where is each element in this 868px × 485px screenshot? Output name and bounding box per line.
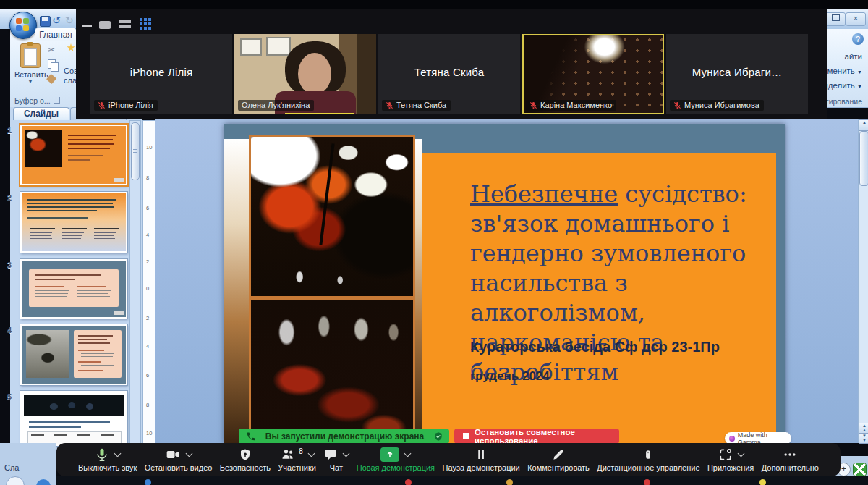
slide-number-5: 5 <box>7 392 17 401</box>
slide-thumbnail-1[interactable] <box>20 125 127 185</box>
previous-slide-icon[interactable]: ▲▲ <box>859 423 868 434</box>
screen: ↺ ↻ Главная Вставить ▼ ✂ Соз сла Буфер о… <box>0 0 868 485</box>
security-button[interactable]: Безопасность <box>220 447 271 472</box>
audio-level-indicator <box>285 113 354 114</box>
slide-number-1: 1 <box>7 126 17 135</box>
paste-dropdown-arrow-icon[interactable]: ▼ <box>14 79 46 84</box>
select-button[interactable]: ыделить ▼ <box>822 81 862 90</box>
bottom-strip <box>56 476 868 485</box>
slide-subtitle: Кураторська бесіда Сф дср 23-1Пр <box>470 339 720 355</box>
paste-button[interactable]: Вставить ▼ <box>14 42 46 94</box>
slide-number-3: 3 <box>7 261 17 269</box>
mic-muted-icon <box>529 101 537 109</box>
taskbar-icon-dot <box>644 479 650 485</box>
office-button-icon[interactable] <box>9 12 37 39</box>
cut-icon[interactable]: ✂ <box>48 45 55 55</box>
taskbar-icon-dot <box>145 479 151 485</box>
share-banner-text: Вы запустили демонстрацию экрана <box>256 431 433 442</box>
main-scrollbar[interactable]: ▲ ▲▲ ▼▼ <box>858 119 868 443</box>
pause-icon <box>475 447 488 462</box>
help-icon[interactable]: ? <box>852 33 864 45</box>
participant-label: Муниса Ибрагимова <box>670 100 764 111</box>
slide-photo-trees <box>249 135 415 298</box>
chat-button[interactable]: Чат <box>323 447 349 472</box>
more-button[interactable]: Дополнительно <box>762 447 819 472</box>
minimize-icon[interactable] <box>82 25 92 27</box>
mic-muted-icon <box>673 101 681 109</box>
participant-tile[interactable]: Муниса Ибраги… Муниса Ибрагимова <box>666 34 808 114</box>
clipboard-group-label: Буфер о... <box>14 96 51 105</box>
stop-video-button[interactable]: Остановить видео <box>145 447 213 472</box>
chevron-down-icon[interactable] <box>114 450 122 457</box>
editing-group-label: тирование <box>825 97 862 106</box>
slide-date: грудень 2024 <box>470 369 550 384</box>
chevron-down-icon[interactable] <box>186 450 193 457</box>
single-view-icon[interactable] <box>99 21 111 29</box>
panel-scrollbar-thumb[interactable] <box>131 122 140 180</box>
remote-control-button[interactable]: Дистанционное управление <box>597 447 699 472</box>
undo-icon[interactable]: ↺ <box>52 15 61 25</box>
save-icon[interactable] <box>40 16 51 27</box>
pause-share-button[interactable]: Пауза демонстрации <box>442 447 519 472</box>
slide-title-underlined: Небезпечне <box>470 180 618 208</box>
slide-thumbnail-5[interactable] <box>20 391 127 446</box>
replace-button[interactable]: аменить ▼ <box>822 67 862 75</box>
editing-area: Небезпечне сусідство: зв'язок домашнього… <box>155 119 858 443</box>
slide-orange-panel: Небезпечне сусідство: зв'язок домашнього… <box>422 153 776 443</box>
main-scrollbar-thumb[interactable] <box>859 131 868 186</box>
participant-tile[interactable]: iPhone Лілія iPhone Лілія <box>90 34 232 114</box>
chevron-down-icon[interactable] <box>737 450 744 457</box>
chevron-down-icon[interactable] <box>343 450 350 457</box>
slide-thumbnail-2[interactable] <box>20 192 127 253</box>
taskbar-icon-dot <box>36 479 51 485</box>
mouse-icon <box>643 447 653 462</box>
taskbar-icon-dot <box>405 479 412 485</box>
slide-thumbnail-4[interactable] <box>20 324 127 385</box>
taskbar-orb <box>6 476 25 485</box>
fit-to-window-button[interactable] <box>853 463 867 476</box>
thumbnail-photo <box>26 330 69 378</box>
participant-tile[interactable]: Олена Лук'янихіна <box>234 34 376 114</box>
participant-label: Каріна Максименко <box>526 100 616 111</box>
participant-tile-active-speaker[interactable]: Каріна Максименко <box>522 34 664 114</box>
more-dots-icon <box>782 447 798 462</box>
stop-banner-text: Остановить совместное использование <box>475 428 619 445</box>
thumbnail-photo <box>24 395 124 416</box>
taskbar-icon-dot <box>506 479 513 485</box>
chevron-down-icon[interactable] <box>404 450 412 457</box>
find-button[interactable]: айти <box>844 52 862 61</box>
apps-icon <box>718 447 733 462</box>
annotate-button[interactable]: Комментировать <box>527 447 590 472</box>
top-black-bar <box>0 0 868 9</box>
slide-canvas: Небезпечне сусідство: зв'язок домашнього… <box>224 124 785 443</box>
redo-icon[interactable]: ↻ <box>65 15 74 25</box>
vertical-ruler: 10 8 6 4 2 0 2 4 6 8 10 <box>142 120 156 444</box>
apps-button[interactable]: Приложения <box>707 447 754 472</box>
ribbon-tab-home[interactable]: Главная <box>35 28 77 41</box>
mute-button[interactable]: Выключить звук <box>78 447 137 472</box>
participant-label: Тетяна Скиба <box>382 100 451 111</box>
share-screen-icon <box>380 447 399 462</box>
next-slide-icon[interactable]: ▼▼ <box>859 433 868 444</box>
ppt-status-bar: Сла <box>0 443 56 485</box>
mic-muted-icon <box>98 101 106 109</box>
slide-number-2: 2 <box>7 193 17 202</box>
gamma-logo-icon <box>729 436 735 442</box>
panel-scrollbar[interactable] <box>129 120 141 457</box>
close-window-button[interactable]: × <box>846 12 866 26</box>
chevron-down-icon[interactable] <box>307 450 315 457</box>
slide-thumbnail-3[interactable] <box>20 259 127 319</box>
dialog-launcher-icon[interactable] <box>54 97 60 104</box>
participant-tile[interactable]: Тетяна Скиба Тетяна Скиба <box>378 34 520 114</box>
copy-icon[interactable] <box>48 59 56 69</box>
scroll-up-icon[interactable]: ▲ <box>859 119 868 131</box>
lamp-post <box>319 143 334 245</box>
participant-label: Олена Лук'янихіна <box>238 100 314 111</box>
tab-slides[interactable]: Слайды <box>13 107 69 120</box>
stop-share-banner[interactable]: Остановить совместное использование <box>454 429 619 444</box>
new-share-button[interactable]: Новая демонстрация <box>357 447 435 472</box>
gallery-view-icon[interactable] <box>140 18 151 30</box>
strip-view-icon[interactable] <box>119 20 131 23</box>
participants-button[interactable]: 8 Участники <box>278 447 316 472</box>
restore-window-button[interactable] <box>825 12 846 26</box>
